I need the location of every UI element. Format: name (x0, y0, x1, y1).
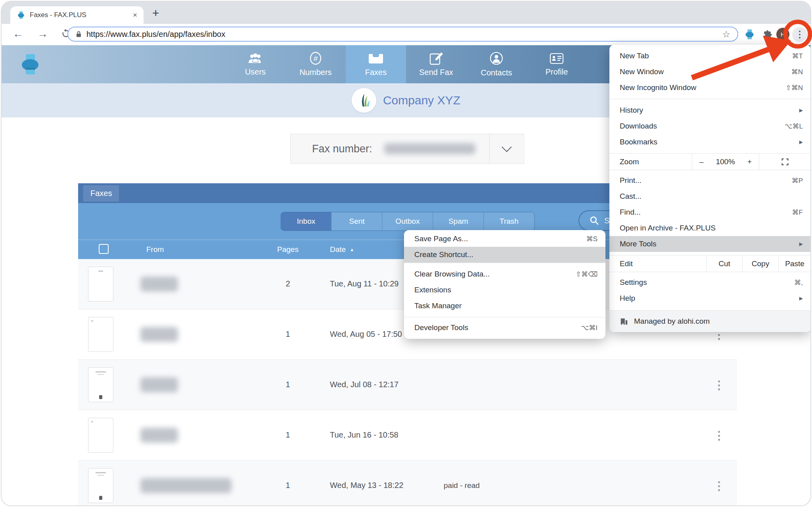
tab-trash[interactable]: Trash (484, 212, 534, 230)
edit-copy-button[interactable]: Copy (742, 255, 778, 272)
nav-item-numbers[interactable]: # Numbers (285, 45, 346, 83)
submenu-item-task-manager[interactable]: Task Manager (404, 298, 605, 314)
nav-label: Numbers (299, 68, 331, 77)
fax-row[interactable]: 1 Wed, May 13 - 18:22 paid - read (78, 461, 737, 506)
browser-tab[interactable]: Faxes - FAX.PLUS × (10, 6, 144, 24)
submenu-item-clear-browsing-data[interactable]: Clear Browsing Data...⇧⌘⌫ (404, 266, 605, 282)
bookmark-star-icon[interactable]: ☆ (722, 29, 730, 40)
submenu-item-extensions[interactable]: Extensions (404, 282, 605, 298)
nav-item-faxes[interactable]: Faxes (346, 45, 406, 83)
menu-item-new-tab[interactable]: New Tab⌘T (609, 48, 811, 64)
column-from: From (146, 245, 164, 254)
submenu-arrow-icon: ▶ (799, 108, 803, 113)
url-bar[interactable]: https://www.fax.plus/en/app/faxes/inbox … (67, 27, 738, 42)
fax-number-dropdown[interactable] (489, 134, 524, 163)
fax-thumbnail[interactable] (88, 267, 113, 302)
menu-item-print[interactable]: Print...⌘P (609, 173, 811, 188)
nav-label: Profile (546, 67, 568, 77)
panel-title: Faxes (83, 185, 119, 202)
edit-paste-button[interactable]: Paste (778, 255, 811, 272)
faxplus-extension-icon[interactable] (744, 29, 755, 42)
menu-item-history[interactable]: History▶ (609, 102, 811, 118)
fax-number-redacted (384, 143, 475, 154)
date-cell: Wed, Aug 05 - 17:50 (330, 330, 402, 339)
tab-close-icon[interactable]: × (133, 11, 137, 19)
organization-building-icon (620, 317, 628, 326)
search-icon (590, 216, 599, 225)
zoom-out-button[interactable]: – (699, 157, 704, 166)
contacts-icon (489, 51, 504, 65)
date-cell: Wed, May 13 - 18:22 (330, 481, 403, 490)
zoom-in-button[interactable]: + (747, 157, 752, 166)
sender-redacted (140, 277, 178, 292)
back-icon[interactable]: ← (13, 28, 23, 40)
extensions-puzzle-icon[interactable] (763, 29, 773, 41)
forward-icon[interactable]: → (37, 28, 48, 40)
nav-item-users[interactable]: Users (225, 45, 285, 83)
faxplus-logo-icon[interactable] (18, 52, 42, 78)
submenu-item-save-page-as[interactable]: Save Page As...⌘S (404, 231, 605, 247)
nav-item-profile[interactable]: Profile (527, 45, 587, 83)
menu-item-more-tools[interactable]: More Tools▶ (609, 236, 811, 252)
fax-thumbnail[interactable] (88, 468, 113, 503)
chevron-down-icon (502, 142, 511, 152)
submenu-item-developer-tools[interactable]: Developer Tools⌥⌘I (404, 320, 605, 336)
pages-cell: 2 (264, 279, 312, 288)
menu-item-edit: Edit Cut Copy Paste (609, 255, 811, 272)
screenshot-canvas: Faxes - FAX.PLUS × + ← → https://www.fax… (0, 0, 812, 507)
send-fax-icon (429, 52, 444, 65)
menu-item-zoom: Zoom – 100% + (609, 153, 811, 170)
menu-item-settings[interactable]: Settings⌘, (609, 275, 811, 290)
pages-cell: 1 (264, 330, 312, 339)
edit-cut-button[interactable]: Cut (706, 255, 742, 272)
tab-inbox[interactable]: Inbox (281, 212, 331, 230)
pages-cell: 1 (264, 430, 312, 440)
nav-label: Users (245, 67, 266, 77)
fax-row[interactable]: 1 Tue, Jun 16 - 10:58 (78, 410, 737, 461)
fullscreen-button[interactable] (759, 154, 811, 170)
sender-redacted (140, 478, 232, 493)
tab-sent[interactable]: Sent (331, 212, 382, 230)
company-logo-icon (352, 88, 376, 113)
status-cell: paid - read (444, 481, 480, 490)
row-menu-icon[interactable] (712, 428, 726, 443)
tab-title: Faxes - FAX.PLUS (25, 11, 133, 19)
fax-thumbnail[interactable] (88, 317, 113, 352)
menu-item-downloads[interactable]: Downloads⌥⌘L (609, 118, 811, 134)
nav-items: Users # Numbers Faxes Send Fax Contacts … (225, 45, 587, 83)
nav-item-contacts[interactable]: Contacts (466, 45, 527, 83)
faxes-inbox-icon (368, 52, 384, 65)
submenu-arrow-icon: ▶ (799, 139, 803, 145)
column-date[interactable]: Date▲ (330, 245, 354, 254)
folder-tabs: Inbox Sent Outbox Spam Trash (281, 212, 535, 231)
menu-item-cast[interactable]: Cast... (609, 188, 811, 204)
numbers-icon: # (308, 52, 323, 65)
tab-spam[interactable]: Spam (433, 212, 484, 230)
menu-item-new-window[interactable]: New Window⌘N (609, 64, 811, 80)
submenu-arrow-icon: ▶ (799, 241, 803, 247)
url-text[interactable]: https://www.fax.plus/en/app/faxes/inbox (86, 30, 718, 39)
menu-item-open-in-archive[interactable]: Open in Archive - FAX.PLUS (609, 220, 811, 236)
fax-number-selector[interactable]: Fax number: (290, 134, 524, 164)
menu-item-help[interactable]: Help▶ (609, 290, 811, 306)
tab-outbox[interactable]: Outbox (382, 212, 433, 230)
fax-row[interactable]: 1 Wed, Jul 08 - 12:17 (78, 360, 737, 410)
sender-redacted (140, 327, 178, 342)
chrome-menu-button[interactable] (792, 27, 807, 42)
submenu-item-create-shortcut[interactable]: Create Shortcut... (404, 247, 605, 263)
new-tab-button[interactable]: + (152, 6, 159, 20)
date-cell: Tue, Jun 16 - 10:58 (330, 430, 398, 440)
nav-label: Send Fax (419, 68, 453, 77)
row-menu-icon[interactable] (712, 479, 726, 493)
fax-thumbnail[interactable] (88, 367, 113, 402)
fax-thumbnail[interactable] (88, 418, 113, 453)
menu-item-bookmarks[interactable]: Bookmarks▶ (609, 134, 811, 150)
menu-item-new-incognito-window[interactable]: New Incognito Window⇧⌘N (609, 80, 811, 96)
select-all-checkbox[interactable] (99, 244, 109, 254)
menu-item-find[interactable]: Find...⌘F (609, 204, 811, 220)
profile-card-icon (549, 52, 565, 65)
date-cell: Wed, Jul 08 - 12:17 (330, 380, 398, 389)
row-menu-icon[interactable] (712, 378, 726, 392)
nav-item-send-fax[interactable]: Send Fax (406, 45, 466, 83)
profile-avatar[interactable]: H (776, 28, 789, 41)
